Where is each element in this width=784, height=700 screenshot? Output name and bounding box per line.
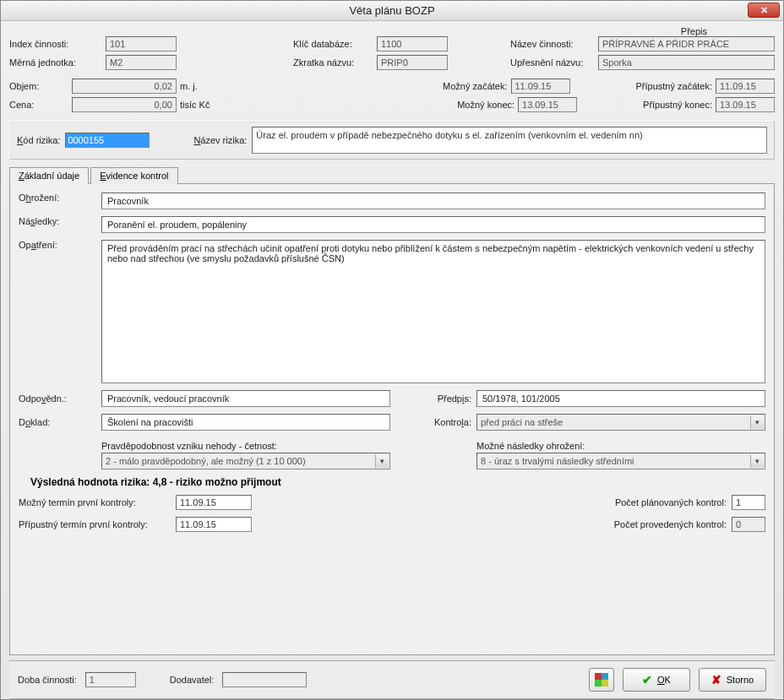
- predpis-label: Předpis:: [395, 393, 471, 404]
- tab-evidence-kontrol[interactable]: Evidence kontrol: [90, 167, 177, 184]
- window-title: Věta plánu BOZP: [349, 4, 434, 17]
- storno-button[interactable]: ✘ Storno: [699, 668, 766, 692]
- nazev-rizika-input[interactable]: Úraz el. proudem v případě nebezpečného …: [252, 127, 767, 154]
- merna-jednotka-value: M2: [106, 55, 177, 70]
- dodavatel-label: Dodavatel:: [170, 675, 215, 685]
- pravdepodobnost-label: Pravděpodobnost vzniku nehody - četnost:: [101, 441, 390, 451]
- objem-unit: m. j.: [180, 81, 227, 91]
- mozny-zacatek-value: 11.09.15: [511, 79, 570, 94]
- opatreni-label: Opatření:: [19, 240, 96, 250]
- tabs: Základní údaje Evidence kontrol Základní…: [9, 166, 775, 184]
- predpis-input[interactable]: 50/1978, 101/2005: [476, 390, 765, 407]
- prepis-label: Přepis: [681, 26, 707, 36]
- mozny-termin-input[interactable]: 11.09.15: [176, 495, 252, 510]
- palette-icon: [595, 673, 608, 686]
- doklad-label: Doklad:: [19, 417, 96, 427]
- chevron-down-icon: ▾: [750, 415, 764, 429]
- upresneni-nazvu-label: Upřesnění názvu:: [510, 57, 595, 68]
- nazev-rizika-label: Název rizika:: [193, 135, 247, 145]
- cena-value: 0,00: [72, 97, 177, 112]
- pocet-plan-label: Počet plánovaných kontrol:: [615, 497, 727, 507]
- chevron-down-icon: ▾: [750, 454, 764, 468]
- kod-rizika-input[interactable]: 0000155: [65, 133, 150, 148]
- pripustny-konec-value: 13.09.15: [716, 97, 775, 112]
- doklad-input[interactable]: Školení na pracovišti: [101, 414, 390, 431]
- kontrola-combo[interactable]: před práci na střeše ▾: [476, 414, 765, 431]
- mozny-konec-label: Možný konec:: [457, 100, 514, 110]
- zkratka-nazvu-value: PRIP0: [377, 55, 448, 70]
- close-button[interactable]: ✕: [748, 3, 780, 18]
- nasledky-label: Následky:: [19, 216, 96, 226]
- kontrola-label: Kontrola:: [395, 417, 471, 427]
- upresneni-nazvu-value: Sporka: [598, 55, 775, 70]
- tab-zakladni-udaje[interactable]: Základní údaje: [9, 167, 89, 184]
- kod-rizika-label: KKód rizika:ód rizika:: [17, 135, 60, 145]
- risk-box: KKód rizika:ód rizika: 0000155 Název riz…: [9, 121, 775, 160]
- mozny-termin-label: Možný termín první kontroly:: [19, 497, 171, 507]
- odpovedn-label: Odpovědn.:: [19, 393, 96, 404]
- zkratka-nazvu-label: Zkratka názvu:: [293, 57, 373, 68]
- mozne-nasledky-label: Možné následky ohrožení:: [476, 441, 765, 451]
- titlebar: Věta plánu BOZP ✕: [1, 1, 783, 21]
- nasledky-input[interactable]: Poranění el. proudem, popáleniny: [101, 216, 765, 233]
- pocet-plan-input[interactable]: 1: [732, 495, 765, 510]
- check-icon: ✔: [642, 673, 652, 686]
- index-cinnosti-label: Index činnosti:: [9, 39, 102, 49]
- pocet-prov-value: 0: [732, 517, 765, 532]
- objem-value: 0,02: [72, 79, 177, 94]
- mozny-konec-value: 13.09.15: [518, 97, 577, 112]
- nazev-cinnosti-label: Název činnosti:: [510, 39, 595, 49]
- pripustny-termin-label: Přípustný termín první kontroly:: [19, 519, 171, 529]
- pripustny-zacatek-value: 11.09.15: [716, 79, 775, 94]
- vysledna-hodnota-label: Výsledná hodnota rizika: 4,8 - riziko mo…: [30, 476, 765, 488]
- tab-body: Ohrožení: Pracovník Ohrožení: Následky: …: [9, 184, 775, 655]
- palette-button[interactable]: [589, 668, 614, 692]
- objem-label: Objem:: [9, 81, 68, 91]
- pripustny-termin-input[interactable]: 11.09.15: [176, 517, 252, 532]
- ok-button[interactable]: ✔ OK OK: [623, 668, 690, 692]
- klic-databaze-label: Klíč databáze:: [293, 39, 373, 49]
- chevron-down-icon: ▾: [375, 454, 389, 468]
- cena-unit: tisíc Kč: [180, 100, 227, 110]
- mozny-zacatek-label: Možný začátek:: [443, 81, 507, 91]
- klic-databaze-value: 1100: [377, 36, 448, 52]
- nazev-cinnosti-value: PŘÍPRAVNÉ A PŘIDR PRÁCE: [598, 36, 775, 52]
- close-icon: ✕: [760, 5, 768, 16]
- odpovedn-input[interactable]: Pracovník, vedoucí pracovník: [101, 390, 390, 407]
- opatreni-input[interactable]: Před prováděním prací na střechách učini…: [101, 240, 765, 383]
- index-cinnosti-value: 101: [106, 36, 177, 52]
- ohrozeni-label: Ohrožení:: [19, 193, 96, 203]
- cena-label: Cena:: [9, 100, 68, 110]
- doba-cinnosti-value: 1: [85, 672, 136, 687]
- doba-cinnosti-label: Doba činnosti:: [18, 675, 77, 685]
- footer-strip: Doba činnosti: 1 Dodavatel: ✔ OK OK ✘ St…: [9, 660, 775, 699]
- pocet-prov-label: Počet provedených kontrol:: [614, 519, 727, 529]
- pripustny-konec-label: Přípustný konec:: [643, 100, 712, 110]
- pravdepodobnost-combo[interactable]: 2 - málo pravděpodobný, ale možný (1 z 1…: [101, 453, 390, 469]
- ohrozeni-input[interactable]: Pracovník: [101, 193, 765, 209]
- cross-icon: ✘: [711, 673, 721, 686]
- mozne-nasledky-combo[interactable]: 8 - úraz s trvalými následky středními ▾: [476, 453, 765, 469]
- pripustny-zacatek-label: Přípustný začátek:: [636, 81, 713, 91]
- merna-jednotka-label: Měrná jednotka:: [9, 57, 102, 68]
- dodavatel-value: [222, 672, 307, 687]
- window: Věta plánu BOZP ✕ Přepis Index činnosti:…: [0, 0, 784, 700]
